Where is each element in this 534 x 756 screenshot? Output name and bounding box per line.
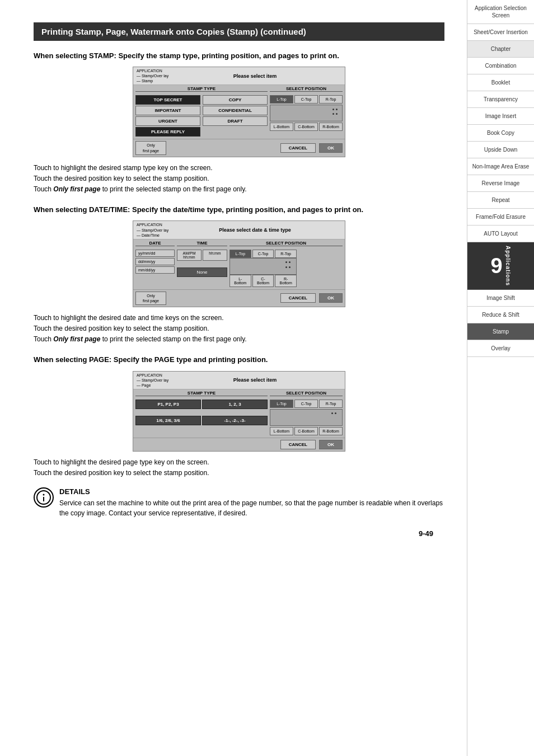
page-breadcrumb: APPLICATION — Stamp/Over lay — Page xyxy=(137,373,168,388)
sidebar-item-book-copy[interactable]: Book Copy xyxy=(467,125,534,142)
page-stamp-col: P1, P2, P3 1, 2, 3 1/6, 2/6, 3/6 -1-, -2… xyxy=(135,400,268,435)
dt-pos-rbottom[interactable]: R-Bottom xyxy=(275,275,297,287)
page-pos-ltop[interactable]: L-Top xyxy=(270,400,293,408)
sidebar-item-upside-down[interactable]: Upside Down xyxy=(467,142,534,158)
page-btn-neg[interactable]: -1-, -2-, -3- xyxy=(202,416,268,425)
details-content: DETAILS Service can set the machine to w… xyxy=(59,487,444,518)
ok-btn[interactable]: OK xyxy=(319,143,343,153)
page-ok-btn[interactable]: OK xyxy=(319,440,343,449)
pos-rbottom[interactable]: R-Bottom xyxy=(319,123,343,131)
none-btn[interactable]: None xyxy=(177,267,227,277)
cancel-btn[interactable]: CANCEL xyxy=(280,143,316,153)
dt-ss-body: yy/mm/dd dd/mm/yy mm/dd/yy AM/PM hh:mm h… xyxy=(133,247,345,289)
only-first-btn[interactable]: Onlyfirst page xyxy=(135,141,166,154)
sidebar-item-reduce-shift[interactable]: Reduce & Shift xyxy=(467,307,534,323)
pos-dots xyxy=(332,109,338,110)
dt-pos-ctop[interactable]: C-Top xyxy=(252,250,274,258)
details-box: DETAILS Service can set the machine to w… xyxy=(34,487,444,518)
time-ampm[interactable]: AM/PM hh:mm xyxy=(177,250,202,261)
datetime-heading: When selecting DATE/TIME: Specify the da… xyxy=(34,205,444,215)
stamp-type-header: STAMP TYPE xyxy=(135,86,268,92)
page-pos-lbottom[interactable]: L-Bottom xyxy=(270,427,293,435)
page-ss-body: P1, P2, P3 1, 2, 3 1/6, 2/6, 3/6 -1-, -2… xyxy=(133,397,345,438)
dt-selpos-header: SELECT POSITION xyxy=(229,241,343,246)
page-selpos-header: SELECT POSITION xyxy=(270,391,343,396)
dt-pos-top-row: L-Top C-Top R-Top xyxy=(229,250,297,258)
sidebar-item-transparency[interactable]: Transparency xyxy=(467,91,534,108)
sidebar-item-auto-layout[interactable]: AUTO Layout xyxy=(467,226,534,242)
sidebar-item-combination[interactable]: Combination xyxy=(467,58,534,74)
page-cancel-btn[interactable]: CANCEL xyxy=(280,440,316,449)
sidebar-item-stamp[interactable]: Stamp xyxy=(467,323,534,340)
page-screenshot: APPLICATION — Stamp/Over lay — Page Plea… xyxy=(133,371,345,452)
sidebar-item-overlay[interactable]: Overlay xyxy=(467,340,534,357)
applications-label: Applications xyxy=(505,246,511,286)
stamp-btn-confidential[interactable]: CONFIDENTIAL xyxy=(203,106,268,115)
details-text: Service can set the machine to white out… xyxy=(59,498,444,518)
dt-pos-lbottom[interactable]: L-Bottom xyxy=(229,275,251,287)
sidebar-item-application-selection[interactable]: Application Selection Screen xyxy=(467,0,534,24)
page-ss-footer: CANCEL OK xyxy=(133,438,345,451)
dt-pos-rtop[interactable]: R-Top xyxy=(275,250,297,258)
stamp-btn-draft[interactable]: DRAFT xyxy=(203,116,268,126)
title-text: Printing Stamp, Page, Watermark onto Cop… xyxy=(41,27,306,36)
applications-badge: 9 Applications xyxy=(467,242,534,290)
details-icon xyxy=(34,487,54,508)
dt-pos-bottom-row: L-Bottom C-Bottom R-Bottom xyxy=(229,275,297,287)
page-pos-rbottom[interactable]: R-Bottom xyxy=(319,427,343,435)
stamp-btn-copy[interactable]: COPY xyxy=(203,95,268,105)
sidebar-item-image-shift[interactable]: Image Shift xyxy=(467,290,534,307)
sidebar-item-image-insert[interactable]: Image Insert xyxy=(467,108,534,125)
datetime-body-text: Touch to highlight the desired date and … xyxy=(34,313,444,345)
dt-only-first-btn[interactable]: Onlyfirst page xyxy=(135,292,166,305)
footer-buttons: CANCEL OK xyxy=(168,143,343,153)
page-btn-123[interactable]: 1, 2, 3 xyxy=(202,400,268,409)
sidebar-item-chapter[interactable]: Chapter xyxy=(467,41,534,58)
page-btn-p123[interactable]: P1, P2, P3 xyxy=(135,400,201,409)
pos-lbottom[interactable]: L-Bottom xyxy=(270,123,293,131)
page-pos-bottom-row: L-Bottom C-Bottom R-Bottom xyxy=(270,427,343,435)
sidebar-item-booklet[interactable]: Booklet xyxy=(467,74,534,91)
page-btn-row2: 1/6, 2/6, 3/6 -1-, -2-, -3- xyxy=(135,416,268,425)
page-stamp-header: STAMP TYPE xyxy=(135,391,268,396)
page-pos-rtop[interactable]: R-Top xyxy=(319,400,343,408)
time-row1: AM/PM hh:mm hh:mm xyxy=(177,250,227,261)
sidebar-item-non-image-erase[interactable]: Non-Image Area Erase xyxy=(467,158,534,175)
pos-rtop[interactable]: R-Top xyxy=(319,95,343,104)
stamp-btn-important[interactable]: IMPORTANT xyxy=(135,106,200,115)
stamp-breadcrumb: APPLICATION — Stamp/Over lay — Stamp xyxy=(137,68,168,83)
stamp-btn-pleasereply[interactable]: PLEASE REPLY xyxy=(135,127,200,137)
dt-cancel-btn[interactable]: CANCEL xyxy=(280,293,316,303)
stamp-btn-urgent[interactable]: URGENT xyxy=(135,116,200,126)
date-opt-mmddyy[interactable]: mm/dd/yy xyxy=(135,266,175,274)
sidebar-item-frame-fold[interactable]: Frame/Fold Erasure xyxy=(467,209,534,226)
page-btn-fraction[interactable]: 1/6, 2/6, 3/6 xyxy=(135,416,201,425)
page-pos-cbottom[interactable]: C-Bottom xyxy=(294,427,318,435)
time-header: TIME xyxy=(177,241,227,246)
svg-point-1 xyxy=(43,494,45,496)
date-opt-yymmdd[interactable]: yy/mm/dd xyxy=(135,250,175,257)
sidebar-item-reverse-image[interactable]: Reverse Image xyxy=(467,175,534,192)
page-pos-ctop[interactable]: C-Top xyxy=(294,400,318,408)
stamp-body-text: Touch to highlight the desired stamp typ… xyxy=(34,163,444,195)
dt-ss-header: APPLICATION — Stamp/Over lay — Date/Time… xyxy=(133,221,345,239)
datetime-screenshot: APPLICATION — Stamp/Over lay — Date/Time… xyxy=(133,220,345,307)
sidebar-item-repeat[interactable]: Repeat xyxy=(467,192,534,209)
dt-pos-ltop[interactable]: L-Top xyxy=(229,250,251,258)
stamp-type-col: TOP SECRET IMPORTANT URGENT PLEASE REPLY xyxy=(135,95,200,137)
sidebar: Application Selection Screen Sheet/Cover… xyxy=(467,0,534,756)
date-header: DATE xyxy=(135,241,175,246)
sidebar-item-sheet-cover[interactable]: Sheet/Cover Insertion xyxy=(467,24,534,41)
dt-pos-cbottom[interactable]: C-Bottom xyxy=(252,275,274,287)
dt-ok-btn[interactable]: OK xyxy=(319,293,343,303)
stamp-btn-topsecret[interactable]: TOP SECRET xyxy=(135,95,200,105)
pos-cbottom[interactable]: C-Bottom xyxy=(294,123,318,131)
page-ss-header: APPLICATION — Stamp/Over lay — Page Plea… xyxy=(133,372,345,389)
pos-ctop[interactable]: C-Top xyxy=(294,95,318,104)
dt-pos-diagram xyxy=(229,258,297,275)
time-24h[interactable]: hh:mm xyxy=(203,250,227,261)
date-opt-ddmmyy[interactable]: dd/mm/yy xyxy=(135,258,175,265)
dt-header-label: Please select date & time type xyxy=(168,227,341,233)
pos-ltop[interactable]: L-Top xyxy=(270,95,293,104)
page-number: 9-49 xyxy=(34,529,444,538)
